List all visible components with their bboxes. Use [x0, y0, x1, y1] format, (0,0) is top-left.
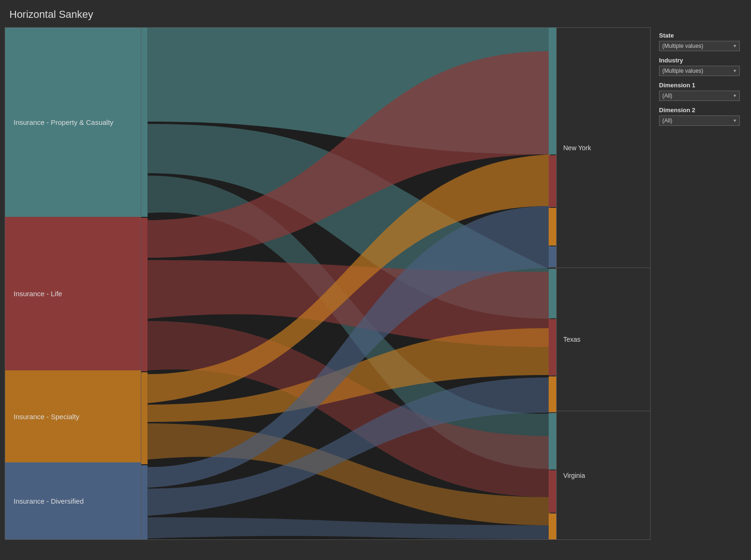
svg-rect-12	[549, 269, 556, 318]
svg-rect-16	[549, 470, 556, 513]
left-node-life: Insurance - Life	[5, 217, 141, 370]
svg-rect-1	[141, 28, 147, 217]
state-select[interactable]: (Multiple values)	[659, 41, 740, 51]
left-nodes: Insurance - Property & Casualty Insuranc…	[5, 28, 141, 539]
dimension2-filter-label: Dimension 2	[659, 107, 740, 114]
dimension1-filter: Dimension 1 (All)	[659, 82, 740, 101]
state-filter: State (Multiple values)	[659, 32, 740, 51]
sankey-flows	[141, 28, 556, 539]
dimension1-select[interactable]: (All)	[659, 91, 740, 101]
page-title: Horizontal Sankey	[0, 0, 751, 27]
state-filter-label: State	[659, 32, 740, 39]
right-node-virginia: Virginia	[557, 411, 650, 539]
industry-select[interactable]: (Multiple values)	[659, 66, 740, 76]
svg-rect-13	[549, 319, 556, 376]
dimension2-filter: Dimension 2 (All)	[659, 107, 740, 126]
svg-rect-14	[549, 376, 556, 412]
sankey-chart: Insurance - Property & Casualty Insuranc…	[5, 27, 651, 540]
svg-rect-15	[549, 413, 556, 469]
svg-rect-10	[549, 208, 556, 245]
svg-rect-8	[549, 28, 556, 154]
left-node-specialty: Insurance - Specialty	[5, 370, 141, 462]
industry-filter-label: Industry	[659, 57, 740, 64]
svg-rect-9	[549, 155, 556, 207]
svg-rect-11	[549, 246, 556, 267]
svg-rect-4	[141, 465, 147, 539]
svg-rect-17	[549, 514, 556, 539]
controls-panel: State (Multiple values) Industry (Multip…	[652, 27, 746, 540]
dimension1-filter-label: Dimension 1	[659, 82, 740, 89]
svg-rect-2	[141, 218, 147, 371]
left-node-prop-casualty: Insurance - Property & Casualty	[5, 28, 141, 217]
right-nodes: New York Texas Virginia	[556, 28, 650, 539]
industry-filter: Industry (Multiple values)	[659, 57, 740, 76]
svg-rect-3	[141, 372, 147, 464]
right-node-texas: Texas	[557, 268, 650, 411]
left-node-diversified: Insurance - Diversified	[5, 462, 141, 539]
right-node-new-york: New York	[557, 28, 650, 268]
dimension2-select[interactable]: (All)	[659, 115, 740, 126]
